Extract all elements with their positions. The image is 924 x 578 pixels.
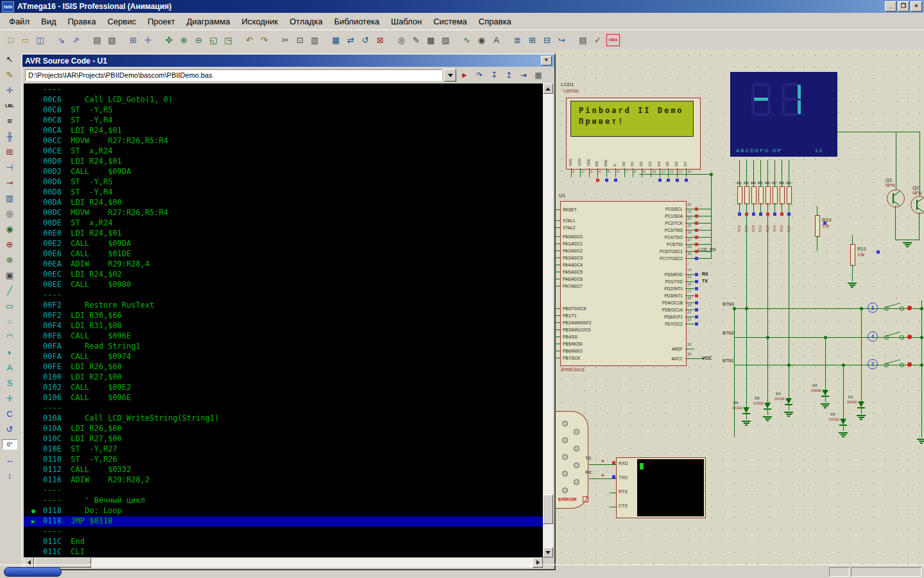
mirror-horizontal-button[interactable]: ↔ — [2, 452, 17, 468]
terminal-mode[interactable]: ⊣ — [2, 159, 17, 175]
code-line[interactable]: 010A Call LCD_WriteString(String1) — [24, 414, 543, 424]
new-design-button[interactable]: □ — [3, 33, 18, 48]
diode-d6[interactable] — [743, 407, 749, 413]
code-line[interactable]: 00D2 CALL $09DA — [24, 167, 543, 177]
combobox-dropdown-button[interactable] — [444, 69, 456, 82]
code-line[interactable]: 00EE CALL $0980 — [24, 280, 543, 290]
code-line[interactable]: 00E6 CALL $01DE — [24, 249, 543, 259]
code-line[interactable]: 0110 ST -Y,R26 — [24, 455, 543, 465]
copy-button[interactable]: ⊡ — [293, 33, 307, 48]
mark-output-area-button[interactable]: ▧ — [105, 33, 119, 48]
graphics-text-mode[interactable]: A — [2, 360, 17, 375]
menu-item-7[interactable]: Исходник — [235, 15, 284, 28]
scroll-up-button[interactable] — [543, 83, 553, 94]
transistor-q2[interactable] — [911, 196, 924, 214]
code-line[interactable]: 00EA ADIW R29:R28,4 — [24, 259, 543, 270]
code-line[interactable]: 010E ST -Y,R27 — [24, 444, 543, 455]
generator-mode[interactable]: ◉ — [2, 221, 17, 236]
redo-button[interactable]: ↷ — [257, 33, 271, 48]
source-window-titlebar[interactable]: AVR Source Code - U1 × — [22, 55, 554, 67]
menu-item-4[interactable]: Сервис — [101, 15, 142, 28]
code-line[interactable]: ---- — [24, 85, 543, 95]
code-line[interactable]: 00CC MOVW R27:R26,R5:R4 — [24, 136, 543, 146]
graphics-symbol-mode[interactable]: S — [2, 375, 17, 390]
code-line[interactable]: 0106 CALL $096E — [24, 393, 543, 403]
menu-item-3[interactable]: Правка — [62, 15, 102, 28]
code-line[interactable]: 00DC MOVW R27:R26,R5:R4 — [24, 208, 543, 218]
graph-mode[interactable]: ▥ — [2, 190, 17, 206]
switch-lever[interactable] — [886, 302, 900, 308]
code-line[interactable]: 00F4 LDI R31,$08 — [24, 321, 543, 331]
button-actuator[interactable] — [907, 362, 912, 367]
graphics-path-mode[interactable]: ◗ — [2, 344, 17, 360]
code-line[interactable]: 00CE ST x,R24 — [24, 146, 543, 157]
import-section-button[interactable]: ⇘ — [54, 33, 69, 48]
scroll-down-button[interactable] — [543, 547, 553, 557]
mirror-vertical-button[interactable]: ↕ — [2, 468, 17, 483]
run-to-cursor-button[interactable]: ⇥ — [517, 69, 530, 82]
graphics-circle-mode[interactable]: ○ — [2, 313, 17, 329]
code-line[interactable]: 0100 LDI R27,$00 — [24, 372, 543, 383]
menu-item-11[interactable]: Система — [427, 15, 472, 28]
block-copy-button[interactable]: ▦ — [329, 33, 343, 48]
resistor-r11[interactable] — [850, 244, 855, 266]
goto-sheet-button[interactable]: ↪ — [554, 33, 569, 48]
menu-item-5[interactable]: Проект — [142, 15, 181, 28]
voltage-probe-mode[interactable]: ⊕ — [2, 236, 17, 252]
code-line[interactable]: 00F2 LDI R30,$66 — [24, 311, 543, 321]
button-key-7[interactable]: 7 — [868, 359, 878, 369]
code-line[interactable]: ---- ' Вечный цикл — [24, 496, 543, 506]
new-sheet-button[interactable]: ⊞ — [525, 33, 540, 48]
make-device-button[interactable]: ✎ — [409, 33, 424, 48]
electrical-rule-check-button[interactable]: ✓ — [590, 33, 605, 48]
code-line[interactable]: ---- — [24, 290, 543, 301]
zoom-area-button[interactable]: ◱ — [206, 33, 221, 48]
paste-button[interactable]: ▥ — [307, 33, 322, 48]
resistor-r6[interactable] — [766, 186, 771, 204]
undo-button[interactable]: ↶ — [242, 33, 257, 48]
packaging-tool-button[interactable]: ▩ — [424, 33, 438, 48]
diode-d3[interactable] — [840, 419, 846, 425]
open-design-button[interactable]: ▭ — [18, 33, 33, 48]
run-button[interactable]: ► — [458, 69, 471, 82]
source-close-button[interactable]: × — [541, 56, 552, 66]
code-line[interactable]: 00EC LDI R24,$02 — [24, 270, 543, 280]
export-section-button[interactable]: ⇗ — [69, 33, 83, 48]
code-line[interactable]: 00CA LDI R24,$01 — [24, 126, 543, 136]
resistor-r2[interactable] — [737, 186, 742, 204]
vertical-scrollbar[interactable] — [543, 83, 553, 557]
save-design-button[interactable]: ◫ — [33, 33, 47, 48]
code-line[interactable]: 00D0 LDI R24,$01 — [24, 157, 543, 167]
resistor-r9[interactable] — [787, 186, 792, 204]
code-line[interactable]: 00F6 CALL $096E — [24, 331, 543, 342]
code-line[interactable]: 00DE ST x,R24 — [24, 218, 543, 229]
menu-item-2[interactable]: Вид — [35, 15, 62, 28]
toggle-grid-button[interactable]: ⊞ — [126, 33, 141, 48]
instant-edit-mode[interactable]: ✎ — [2, 67, 17, 82]
code-line[interactable]: ●0118 Do: Loop — [24, 506, 543, 516]
text-script-mode[interactable]: ≡ — [2, 113, 17, 128]
graphics-box-mode[interactable]: ▭ — [2, 298, 17, 313]
search-tag-button[interactable]: ◉ — [474, 33, 489, 48]
code-line[interactable]: 011C End — [24, 537, 543, 547]
zoom-in-button[interactable]: ⊕ — [176, 33, 191, 48]
virtual-terminal[interactable] — [616, 457, 706, 518]
current-execution-line[interactable]: ▶0118 JMP $0118 — [24, 516, 543, 527]
graphics-arc-mode[interactable]: ◠ — [2, 329, 17, 344]
code-line[interactable]: 00D6 ST -Y,R5 — [24, 177, 543, 188]
button-actuator[interactable] — [907, 306, 912, 310]
code-line[interactable]: 00C8 ST -Y,R4 — [24, 116, 543, 126]
source-file-combobox[interactable]: D:\Projects\IAR\Projects\PBIIDemo\bascom… — [25, 69, 442, 81]
button-actuator[interactable] — [907, 335, 912, 339]
menu-item-10[interactable]: Шаблон — [385, 15, 427, 28]
vertical-scroll-thumb[interactable] — [543, 495, 553, 524]
minimize-button[interactable]: _ — [885, 1, 896, 12]
junction-dot-mode[interactable]: ✛ — [2, 82, 17, 98]
rotate-anticlockwise-button[interactable]: ↺ — [2, 421, 17, 437]
resistor-r3[interactable] — [744, 186, 749, 204]
simulation-status-indicator[interactable] — [4, 567, 62, 577]
resistor-r7[interactable] — [773, 186, 778, 204]
diode-d2[interactable] — [822, 390, 828, 396]
resistor-r5[interactable] — [758, 186, 764, 204]
resistor-r8[interactable] — [780, 186, 785, 204]
